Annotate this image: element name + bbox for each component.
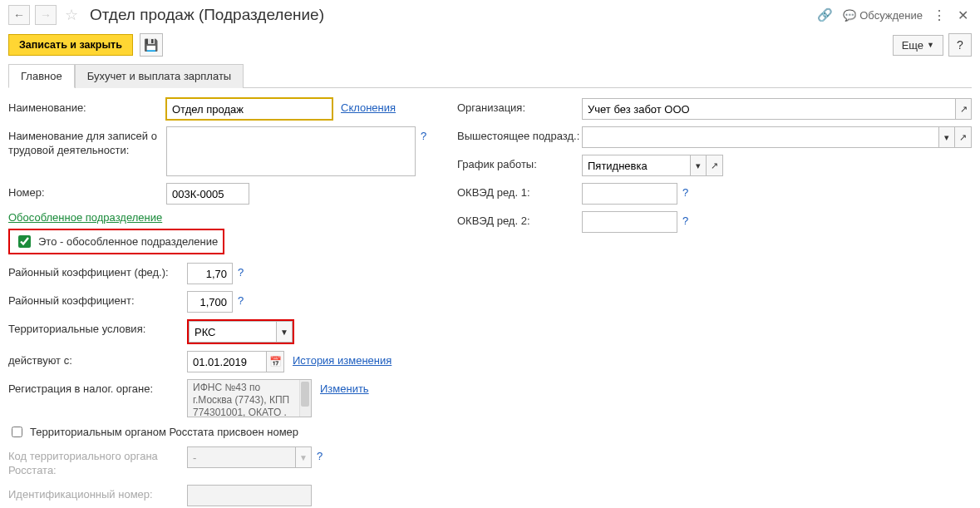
- help-icon[interactable]: ?: [682, 183, 688, 199]
- nav-forward-button[interactable]: →: [35, 5, 57, 25]
- separate-division-checkbox-label: Это - обособленное подразделение: [38, 235, 218, 248]
- calendar-icon: 📅: [269, 356, 282, 367]
- change-link[interactable]: Изменить: [320, 379, 369, 395]
- labor-activity-label: Наименование для записей о трудовой деят…: [8, 126, 166, 158]
- schedule-input[interactable]: [582, 155, 690, 176]
- parent-dropdown-button[interactable]: ▾: [938, 126, 955, 148]
- save-and-close-button[interactable]: Записать и закрыть: [8, 34, 133, 56]
- tax-registration-readonly: ИФНС №43 по г.Москва (7743), КПП 7743010…: [187, 379, 312, 417]
- valid-from-date-input[interactable]: [187, 351, 266, 372]
- rosstat-number-label: Территориальным органом Росстата присвое…: [30, 426, 298, 438]
- more-button[interactable]: Еще ▼: [893, 35, 943, 56]
- open-icon: ↗: [960, 104, 968, 115]
- date-picker-button[interactable]: 📅: [266, 351, 284, 372]
- okved1-input[interactable]: [582, 183, 677, 205]
- okved2-input[interactable]: [582, 211, 677, 233]
- labor-activity-input[interactable]: [166, 126, 416, 176]
- number-label: Номер:: [8, 183, 166, 200]
- rosstat-code-dropdown: ▼: [295, 446, 312, 468]
- open-icon: ↗: [711, 160, 718, 171]
- territory-conditions-label: Территориальные условия:: [8, 319, 187, 337]
- save-button[interactable]: 💾: [140, 33, 163, 57]
- organization-label: Организация:: [457, 98, 582, 114]
- chevron-down-icon: ▾: [696, 160, 701, 171]
- parent-open-button[interactable]: ↗: [955, 126, 972, 148]
- chevron-down-icon: ▾: [944, 132, 949, 143]
- fed-coef-label: Районный коэффициент (фед.):: [8, 263, 187, 280]
- tax-registration-label: Регистрация в налог. органе:: [8, 379, 187, 397]
- name-label: Наименование:: [8, 98, 166, 116]
- organization-input[interactable]: [582, 98, 955, 120]
- page-title: Отдел продаж (Подразделение): [90, 6, 812, 24]
- chat-icon: 💬: [843, 9, 856, 22]
- coef-input[interactable]: [187, 291, 233, 313]
- separate-division-checkbox[interactable]: [18, 235, 31, 248]
- fed-coef-input[interactable]: [187, 263, 233, 284]
- separate-division-checkbox-wrap: Это - обособленное подразделение: [8, 229, 224, 254]
- id-number-input: [187, 485, 312, 506]
- help-icon[interactable]: ?: [317, 446, 323, 462]
- id-number-label: Идентификационный номер:: [8, 485, 187, 502]
- favorite-star-icon[interactable]: ☆: [65, 6, 78, 24]
- help-icon[interactable]: ?: [682, 211, 688, 227]
- chevron-down-icon: ▼: [927, 41, 934, 49]
- tab-accounting[interactable]: Бухучет и выплата зарплаты: [75, 64, 244, 88]
- discuss-button[interactable]: 💬 Обсуждение: [843, 9, 923, 22]
- scrollbar[interactable]: [299, 380, 311, 417]
- help-icon[interactable]: ?: [238, 263, 244, 279]
- territory-conditions-select[interactable]: [189, 321, 276, 343]
- parent-division-input[interactable]: [582, 126, 938, 148]
- close-icon[interactable]: ✕: [954, 7, 972, 23]
- coef-label: Районный коэффициент:: [8, 291, 187, 308]
- link-icon[interactable]: 🔗: [817, 7, 833, 22]
- help-icon[interactable]: ?: [238, 291, 244, 307]
- open-icon: ↗: [959, 132, 967, 143]
- schedule-dropdown-button[interactable]: ▾: [690, 155, 707, 176]
- name-input[interactable]: [166, 98, 332, 120]
- organization-open-button[interactable]: ↗: [955, 98, 972, 120]
- floppy-icon: 💾: [144, 38, 158, 52]
- parent-division-label: Вышестоящее подразд.:: [457, 126, 582, 142]
- rosstat-code-label: Код территориального органа Росстата:: [8, 446, 187, 478]
- okved2-label: ОКВЭД ред. 2:: [457, 211, 582, 227]
- rosstat-code-input: [187, 446, 295, 468]
- tab-main[interactable]: Главное: [8, 64, 75, 88]
- number-input[interactable]: [166, 183, 249, 205]
- schedule-open-button[interactable]: ↗: [707, 155, 723, 176]
- schedule-label: График работы:: [457, 155, 582, 170]
- territory-dropdown-button[interactable]: ▼: [276, 321, 293, 343]
- chevron-down-icon: ▼: [280, 328, 288, 337]
- nav-back-button[interactable]: ←: [8, 5, 30, 25]
- tabs: Главное Бухучет и выплата зарплаты: [8, 63, 972, 88]
- okved1-label: ОКВЭД ред. 1:: [457, 183, 582, 199]
- kebab-menu-icon[interactable]: ⋮: [933, 7, 944, 23]
- history-link[interactable]: История изменения: [293, 351, 392, 367]
- rosstat-number-checkbox[interactable]: [12, 427, 22, 437]
- help-icon[interactable]: ?: [421, 126, 426, 142]
- separate-division-header[interactable]: Обособленное подразделение: [8, 211, 432, 224]
- help-button[interactable]: ?: [948, 33, 972, 57]
- valid-from-label: действуют с:: [8, 351, 187, 368]
- declensions-link[interactable]: Склонения: [341, 98, 396, 114]
